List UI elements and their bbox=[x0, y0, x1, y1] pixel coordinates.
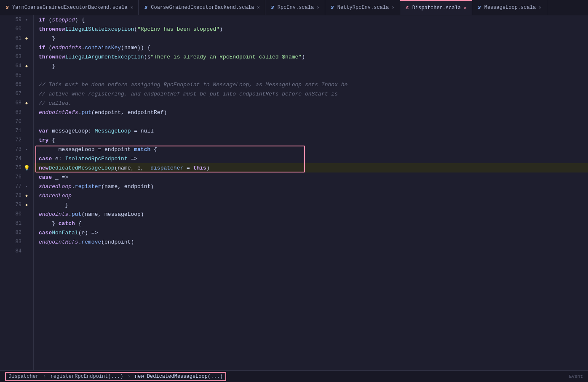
tab-label: CoarseGrainedExecutorBackend.scala bbox=[151, 5, 254, 11]
code-line: case _ => bbox=[34, 172, 588, 182]
empty-gutter bbox=[23, 26, 30, 32]
gutter-line: 72 bbox=[0, 135, 33, 145]
gutter-line: 60 bbox=[0, 24, 33, 34]
fold-icon: ▾ bbox=[23, 146, 30, 153]
code-line: throw new IllegalStateException("RpcEnv … bbox=[34, 24, 588, 34]
warning-icon: 💡 bbox=[23, 164, 30, 171]
gutter-line: 80 bbox=[0, 210, 33, 219]
line-number: 73 bbox=[11, 146, 21, 152]
fold-icon: ▾ bbox=[23, 183, 30, 190]
bookmark-icon: ◆ bbox=[23, 63, 30, 69]
gutter: 59▾6061◆626364◆65666768◆6970717273▾7475💡… bbox=[0, 15, 34, 370]
code-line: } bbox=[34, 200, 588, 210]
code-area[interactable]: if (stopped) { throw new IllegalStateExc… bbox=[34, 15, 588, 370]
code-line: case NonFatal(e) => bbox=[34, 228, 588, 237]
scala-icon: S bbox=[4, 5, 10, 11]
scala-icon: S bbox=[404, 5, 410, 11]
gutter-line: 61◆ bbox=[0, 34, 33, 43]
code-line: case e: IsolatedRpcEndpoint => bbox=[34, 154, 588, 163]
line-number: 63 bbox=[11, 54, 21, 60]
code-line: } bbox=[34, 34, 588, 43]
close-icon[interactable]: ✕ bbox=[130, 4, 134, 11]
gutter-line: 66 bbox=[0, 80, 33, 89]
line-number: 77 bbox=[11, 183, 21, 189]
tab-label: NettyRpcEnv.scala bbox=[337, 5, 389, 11]
line-number: 75 bbox=[11, 165, 21, 171]
line-number: 66 bbox=[11, 82, 21, 88]
empty-gutter bbox=[23, 220, 30, 227]
gutter-line: 82 bbox=[0, 228, 33, 237]
tab-nettyrpcenv[interactable]: S NettyRpcEnv.scala ✕ bbox=[325, 0, 400, 15]
code-line: new DedicatedMessageLoop(name, e, dispat… bbox=[34, 163, 588, 172]
breadcrumb-dispatcher: Dispatcher bbox=[8, 374, 39, 379]
line-number: 61 bbox=[11, 35, 21, 41]
empty-gutter bbox=[23, 81, 30, 88]
empty-gutter bbox=[23, 53, 30, 60]
line-number: 72 bbox=[11, 137, 21, 143]
tab-dispatcher[interactable]: S Dispatcher.scala ✕ bbox=[400, 0, 472, 15]
empty-gutter bbox=[23, 239, 30, 245]
code-line: if (stopped) { bbox=[34, 15, 588, 24]
gutter-line: 67 bbox=[0, 89, 33, 98]
line-number: 81 bbox=[11, 220, 21, 226]
line-number: 71 bbox=[11, 128, 21, 134]
bookmark-icon: ◆ bbox=[23, 100, 30, 106]
line-number: 79 bbox=[11, 202, 21, 208]
breadcrumb-active: new DedicatedMessageLoop(...) bbox=[135, 374, 223, 379]
code-line: endpointRefs.put(endpoint, endpointRef) bbox=[34, 108, 588, 117]
gutter-line: 62 bbox=[0, 43, 33, 52]
line-number: 78 bbox=[11, 193, 21, 199]
scala-icon: S bbox=[476, 5, 482, 11]
line-number: 82 bbox=[11, 230, 21, 236]
empty-gutter bbox=[23, 248, 30, 255]
gutter-line: 65 bbox=[0, 71, 33, 80]
tab-label: YarnCoarseGrainedExecutorBackend.scala bbox=[12, 5, 128, 11]
code-line: try { bbox=[34, 135, 588, 145]
close-icon[interactable]: ✕ bbox=[391, 4, 396, 11]
tab-label: RpcEnv.scala bbox=[278, 5, 314, 11]
code-line: sharedLoop bbox=[34, 191, 588, 200]
empty-gutter bbox=[23, 72, 30, 79]
status-extra: Event bbox=[569, 374, 583, 379]
gutter-line: 69 bbox=[0, 108, 33, 117]
empty-gutter bbox=[23, 109, 30, 116]
code-line: if (endpoints.containsKey(name)) { bbox=[34, 43, 588, 52]
breadcrumb-container: Dispatcher › registerRpcEndpoint(...) › … bbox=[5, 372, 226, 381]
line-number: 65 bbox=[11, 72, 21, 78]
gutter-line: 83 bbox=[0, 237, 33, 247]
gutter-line: 63 bbox=[0, 52, 33, 61]
code-line: endpoints.put(name, messageLoop) bbox=[34, 210, 588, 219]
close-icon[interactable]: ✕ bbox=[256, 4, 261, 11]
tab-yarn[interactable]: S YarnCoarseGrainedExecutorBackend.scala… bbox=[0, 0, 139, 15]
code-line: // active when registering, and endpoint… bbox=[34, 89, 588, 98]
bookmark-icon: ◆ bbox=[23, 35, 30, 42]
empty-gutter bbox=[23, 211, 30, 218]
status-right: Event bbox=[569, 374, 583, 379]
code-line: } bbox=[34, 61, 588, 71]
code-line: // This must be done before assigning Rp… bbox=[34, 80, 588, 89]
bookmark-icon: ◆ bbox=[23, 202, 30, 208]
close-icon[interactable]: ✕ bbox=[463, 5, 468, 11]
line-number: 76 bbox=[11, 174, 21, 180]
close-icon[interactable]: ✕ bbox=[316, 4, 321, 11]
tab-label: Dispatcher.scala bbox=[412, 5, 461, 11]
scala-icon: S bbox=[329, 5, 335, 11]
close-icon[interactable]: ✕ bbox=[538, 4, 543, 11]
line-number: 74 bbox=[11, 156, 21, 162]
breadcrumb-method: registerRpcEndpoint(...) bbox=[51, 374, 123, 379]
code-line: endpointRefs.remove(endpoint) bbox=[34, 237, 588, 247]
gutter-line: 70 bbox=[0, 117, 33, 126]
tab-messageloop[interactable]: S MessageLoop.scala ✕ bbox=[472, 0, 547, 15]
tab-coarse[interactable]: S CoarseGrainedExecutorBackend.scala ✕ bbox=[139, 0, 265, 15]
tab-rpcenv[interactable]: S RpcEnv.scala ✕ bbox=[265, 0, 325, 15]
code-line bbox=[34, 247, 588, 256]
gutter-line: 79◆ bbox=[0, 200, 33, 210]
tab-label: MessageLoop.scala bbox=[484, 5, 536, 11]
gutter-line: 71 bbox=[0, 126, 33, 135]
line-number: 68 bbox=[11, 100, 21, 106]
scala-icon: S bbox=[270, 5, 275, 11]
scala-icon: S bbox=[143, 5, 149, 11]
gutter-line: 64◆ bbox=[0, 61, 33, 71]
bookmark-icon: ◆ bbox=[23, 192, 30, 199]
line-number: 83 bbox=[11, 239, 21, 245]
